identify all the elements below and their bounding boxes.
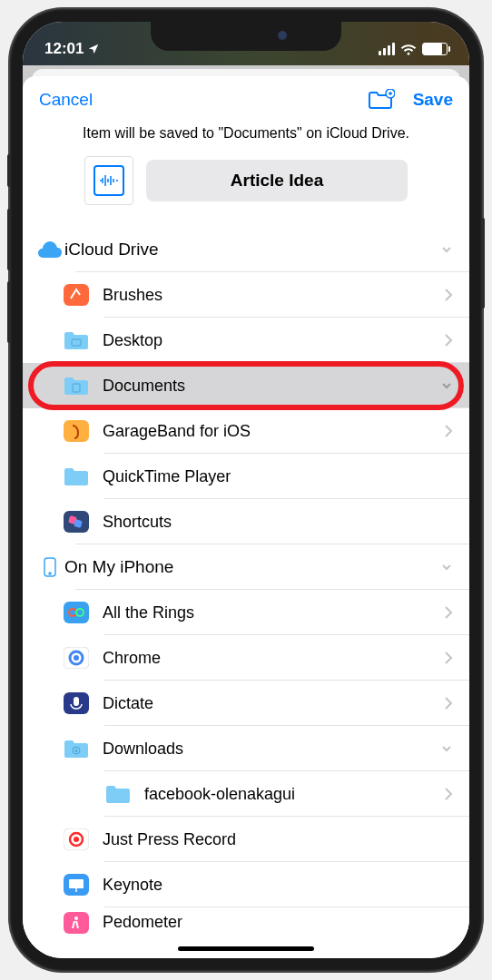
folder-dictate[interactable]: Dictate <box>23 681 469 726</box>
location-on-my-iphone[interactable]: On My iPhone <box>23 544 469 590</box>
brushes-app-icon <box>61 284 92 306</box>
folder-desktop[interactable]: Desktop <box>23 318 469 363</box>
folder-label: All the Rings <box>103 591 444 635</box>
folder-facebook-export[interactable]: facebook-olenakagui <box>23 771 469 817</box>
svg-point-25 <box>74 916 78 920</box>
folder-label: GarageBand for iOS <box>103 409 444 454</box>
save-button[interactable]: Save <box>413 90 453 110</box>
record-app-icon <box>61 828 92 850</box>
item-preview <box>23 156 469 227</box>
svg-rect-1 <box>64 284 89 306</box>
folder-downloads[interactable]: Downloads <box>23 726 469 771</box>
chevron-down-icon <box>440 379 453 392</box>
folder-chrome[interactable]: Chrome <box>23 635 469 681</box>
svg-point-9 <box>49 573 51 574</box>
phone-frame: 12:01 Cancel <box>10 9 482 971</box>
folder-label: Desktop <box>103 318 444 363</box>
garageband-app-icon <box>61 420 92 442</box>
folder-icon <box>61 329 92 351</box>
chevron-right-icon <box>444 424 453 438</box>
folder-label: Pedometer <box>103 907 453 937</box>
chevron-down-icon <box>440 561 453 573</box>
chevron-right-icon <box>444 333 453 348</box>
folder-icon <box>61 466 92 487</box>
folder-documents[interactable]: Documents <box>23 363 469 408</box>
folder-icon <box>103 783 133 805</box>
location-arrow-icon <box>87 43 100 55</box>
folder-label: QuickTime Player <box>103 455 453 499</box>
nav-bar: Cancel Save <box>23 76 469 123</box>
chevron-down-icon <box>440 243 453 256</box>
volume-up-button <box>7 209 11 270</box>
status-time: 12:01 <box>44 40 84 58</box>
side-button <box>481 218 485 309</box>
chevron-right-icon <box>444 288 453 302</box>
folder-label: Brushes <box>103 273 444 318</box>
screen: 12:01 Cancel <box>23 22 469 958</box>
chevron-down-icon <box>440 742 453 755</box>
folder-label: Chrome <box>103 636 444 681</box>
iphone-icon <box>35 557 64 577</box>
rings-app-icon <box>61 602 92 623</box>
cancel-button[interactable]: Cancel <box>39 90 93 110</box>
svg-point-21 <box>74 837 79 842</box>
wifi-icon <box>400 43 417 55</box>
folder-brushes[interactable]: Brushes <box>23 272 469 318</box>
folder-quicktime[interactable]: QuickTime Player <box>23 454 469 499</box>
folder-label: Downloads <box>103 727 440 771</box>
svg-point-15 <box>74 655 79 661</box>
folder-label: Shortcuts <box>103 500 453 544</box>
chevron-right-icon <box>444 696 453 710</box>
chevron-right-icon <box>444 787 453 801</box>
dictate-app-icon <box>61 692 92 714</box>
home-indicator[interactable] <box>178 946 314 951</box>
folder-garageband[interactable]: GarageBand for iOS <box>23 408 469 454</box>
location-icloud-drive[interactable]: iCloud Drive <box>23 227 469 272</box>
folder-list[interactable]: iCloud Drive Brushes <box>23 227 469 958</box>
folder-keynote[interactable]: Keynote <box>23 862 469 907</box>
mute-switch <box>7 154 11 187</box>
volume-down-button <box>7 281 11 343</box>
location-label: iCloud Drive <box>64 227 440 272</box>
save-sheet: Cancel Save Item will be saved to "Docum… <box>23 76 469 958</box>
pedometer-app-icon <box>61 912 92 934</box>
audio-waveform-icon <box>93 165 124 196</box>
shortcuts-app-icon <box>61 511 92 533</box>
folder-label: Dictate <box>103 681 444 726</box>
chrome-app-icon <box>61 647 92 669</box>
new-folder-icon[interactable] <box>368 89 395 111</box>
folder-label: Just Press Record <box>103 818 453 862</box>
svg-rect-23 <box>69 879 84 888</box>
folder-icon <box>61 738 92 760</box>
folder-shortcuts[interactable]: Shortcuts <box>23 499 469 544</box>
folder-all-the-rings[interactable]: All the Rings <box>23 590 469 635</box>
cloud-icon <box>35 241 64 258</box>
save-destination-text: Item will be saved to "Documents" on iCl… <box>23 123 469 156</box>
location-label: On My iPhone <box>64 544 440 590</box>
notch <box>151 22 341 51</box>
folder-just-press-record[interactable]: Just Press Record <box>23 817 469 862</box>
folder-pedometer[interactable]: Pedometer <box>23 907 469 937</box>
chevron-right-icon <box>444 605 453 620</box>
folder-label: Documents <box>103 364 440 408</box>
keynote-app-icon <box>61 874 92 896</box>
chevron-right-icon <box>444 651 453 665</box>
cellular-signal-icon <box>379 43 395 55</box>
folder-icon <box>61 375 92 397</box>
folder-label: Keynote <box>103 863 453 907</box>
battery-icon <box>422 43 448 55</box>
folder-label: facebook-olenakagui <box>144 772 444 817</box>
svg-rect-17 <box>74 697 79 706</box>
item-name-input[interactable] <box>146 160 408 201</box>
item-thumbnail <box>84 156 133 205</box>
